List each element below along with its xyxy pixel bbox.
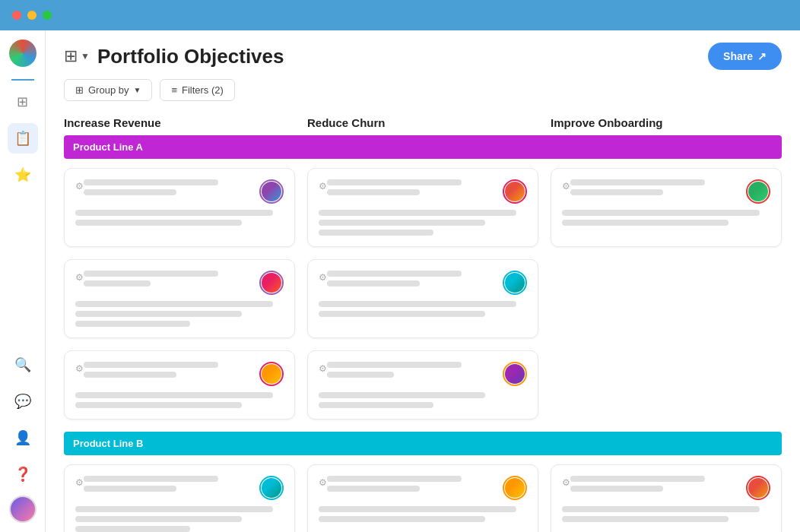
group-header-b[interactable]: Product Line B	[64, 432, 782, 455]
group-by-label: Group by	[88, 84, 129, 96]
sidebar-item-profile[interactable]: 👤	[8, 423, 38, 453]
titlebar	[0, 0, 800, 30]
maximize-dot[interactable]	[43, 11, 52, 20]
card-b1c2[interactable]: ⚙	[307, 464, 538, 532]
card-line	[562, 516, 729, 522]
card-avatar	[505, 182, 525, 201]
card-line	[75, 321, 190, 327]
header-left: ⊞ ▼ Portfolio Objectives	[64, 45, 284, 68]
minimize-dot[interactable]	[27, 11, 37, 20]
sidebar-bottom: 🔍 💬 👤 ❓	[8, 350, 38, 523]
sidebar-item-search[interactable]: 🔍	[8, 350, 38, 380]
group-product-line-b: Product Line B ⚙	[64, 432, 782, 532]
card-avatar	[505, 364, 525, 384]
card-line	[84, 486, 176, 492]
card-line	[327, 486, 420, 492]
objectives-icon: ⚙	[562, 477, 570, 488]
page-header: ⊞ ▼ Portfolio Objectives Share ↗	[46, 30, 800, 70]
avatar-ring	[746, 476, 770, 500]
search-icon: 🔍	[14, 356, 31, 373]
card-line	[319, 516, 485, 522]
group-a-row-3: ⚙	[64, 350, 782, 420]
share-button[interactable]: Share ↗	[708, 43, 782, 70]
sidebar-item-board[interactable]: 📋	[8, 123, 38, 154]
objectives-icon: ⚙	[319, 477, 327, 488]
card-line	[327, 179, 462, 185]
chat-icon: 💬	[14, 393, 31, 410]
card-line	[570, 189, 663, 195]
card-line	[570, 179, 705, 185]
group-b-row-1: ⚙	[64, 464, 782, 532]
card-line	[562, 210, 760, 216]
card-line	[319, 210, 516, 216]
avatar-ring	[503, 362, 527, 386]
view-switcher[interactable]: ⊞ ▼	[64, 46, 90, 66]
avatar-ring	[503, 179, 527, 204]
card-a1c3[interactable]: ⚙	[551, 168, 782, 247]
card-line	[319, 402, 433, 408]
filters-label: Filters (2)	[182, 84, 224, 96]
group-header-a[interactable]: Product Line A	[64, 135, 782, 159]
share-label: Share	[723, 50, 753, 62]
card-line	[84, 189, 176, 195]
card-line	[319, 311, 485, 317]
card-a1c2[interactable]: ⚙	[307, 168, 538, 247]
card-a2c2[interactable]: ⚙	[307, 259, 538, 338]
sidebar-item-messages[interactable]: 💬	[8, 386, 38, 416]
card-line	[84, 179, 218, 185]
card-avatar	[262, 182, 281, 201]
filter-icon: ≡	[171, 84, 177, 96]
card-line	[319, 230, 433, 236]
card-line	[327, 362, 462, 368]
card-line	[75, 402, 242, 408]
card-b1c3[interactable]: ⚙	[551, 464, 782, 532]
card-avatar	[748, 478, 768, 498]
card-line	[319, 220, 485, 226]
group-by-button[interactable]: ⊞ Group by ▼	[64, 79, 152, 101]
avatar-ring	[746, 179, 770, 204]
sidebar-item-help[interactable]: ❓	[8, 459, 38, 489]
card-line	[84, 271, 218, 277]
app-logo[interactable]	[9, 40, 37, 67]
card-line	[327, 271, 462, 277]
card-avatar	[262, 364, 281, 384]
column-headers: Increase Revenue Reduce Churn Improve On…	[64, 110, 782, 135]
card-lines	[570, 179, 738, 195]
group-icon: ⊞	[75, 84, 84, 96]
col-header-increase-revenue: Increase Revenue	[64, 110, 295, 135]
group-b-label: Product Line B	[73, 438, 143, 449]
avatar-ring	[259, 179, 284, 204]
sidebar-item-favorites[interactable]: ⭐	[8, 160, 38, 190]
objectives-icon: ⚙	[75, 477, 84, 488]
card-a3c2[interactable]: ⚙	[307, 350, 538, 420]
grid-icon: ⊞	[17, 93, 28, 110]
card-a2c1[interactable]: ⚙	[64, 259, 295, 338]
help-icon: ❓	[14, 466, 31, 483]
card-line	[75, 220, 242, 226]
avatar-ring	[503, 476, 527, 500]
card-line	[327, 476, 462, 482]
card-line	[319, 301, 516, 307]
filters-button[interactable]: ≡ Filters (2)	[160, 79, 234, 101]
card-b1c1[interactable]: ⚙	[64, 464, 295, 532]
group-a-row-2: ⚙	[64, 259, 782, 338]
avatar-ring	[259, 476, 284, 500]
card-line	[75, 210, 273, 216]
card-a3c1[interactable]: ⚙	[64, 350, 295, 420]
card-line	[84, 476, 218, 482]
user-avatar[interactable]	[9, 496, 37, 523]
objectives-icon: ⚙	[562, 181, 570, 192]
card-line	[319, 392, 485, 398]
card-line	[75, 516, 242, 522]
objectives-icon: ⚙	[319, 181, 327, 192]
card-avatar	[505, 273, 525, 293]
toolbar: ⊞ Group by ▼ ≡ Filters (2)	[46, 70, 800, 110]
close-dot[interactable]	[12, 11, 21, 20]
card-a2c3-empty	[551, 259, 782, 338]
board-icon: 📋	[14, 130, 31, 147]
card-a3c3-empty	[551, 350, 782, 420]
sidebar-divider	[11, 79, 34, 81]
card-line	[84, 280, 151, 287]
card-a1c1[interactable]: ⚙	[64, 168, 295, 247]
sidebar-item-menu[interactable]: ⊞	[8, 87, 38, 117]
